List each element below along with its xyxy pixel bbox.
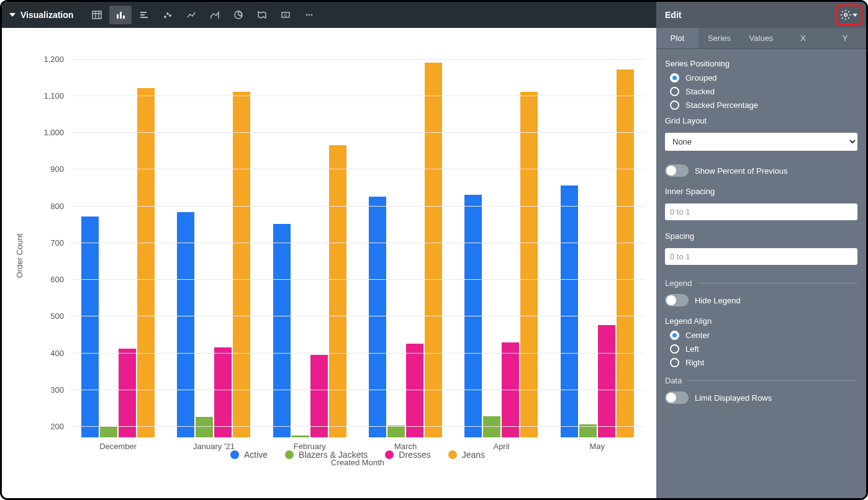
bar[interactable]: [617, 69, 634, 437]
positioning-option-stacked-percentage[interactable]: Stacked Percentage: [670, 100, 857, 110]
bar[interactable]: [561, 185, 578, 437]
gridline: [70, 96, 645, 96]
bar[interactable]: [233, 92, 250, 437]
show-percent-toggle[interactable]: [665, 164, 689, 177]
tab-plot[interactable]: Plot: [656, 28, 698, 48]
chart-panel: Order Count DecemberJanuary '21FebruaryM…: [2, 28, 655, 498]
y-tick-label: 1,100: [33, 91, 64, 100]
bar[interactable]: [425, 63, 442, 437]
grid-layout-select[interactable]: None: [665, 133, 857, 151]
y-tick-label: 400: [33, 348, 64, 357]
gridline: [70, 353, 645, 354]
legend-item[interactable]: Dresses: [385, 450, 430, 460]
legend-section-label: Legend: [665, 279, 692, 288]
gridline: [70, 426, 645, 427]
horizontal-bar-icon[interactable]: [133, 6, 155, 24]
bar-group: March: [358, 40, 453, 437]
positioning-option-stacked[interactable]: Stacked: [670, 87, 857, 96]
bar-group: February: [262, 40, 358, 437]
bar[interactable]: [520, 92, 538, 437]
bar-group: January '21: [166, 40, 261, 437]
svg-marker-20: [852, 14, 857, 17]
bar[interactable]: [119, 349, 136, 437]
gridline: [70, 169, 645, 169]
tab-values[interactable]: Values: [740, 28, 782, 48]
bar[interactable]: [273, 224, 291, 437]
positioning-option-grouped[interactable]: Grouped: [670, 73, 857, 83]
legend-item[interactable]: Blazers & Jackets: [285, 450, 368, 460]
gridline: [70, 279, 645, 280]
svg-point-18: [311, 14, 313, 16]
svg-point-12: [170, 15, 171, 17]
legend-align-option-center[interactable]: Center: [670, 331, 857, 340]
bar[interactable]: [329, 145, 346, 437]
svg-rect-5: [120, 12, 122, 19]
bar[interactable]: [598, 325, 615, 437]
bar[interactable]: [100, 427, 117, 437]
bar[interactable]: [369, 197, 386, 437]
y-tick-label: 800: [33, 201, 64, 210]
single-value-icon[interactable]: 6: [274, 6, 297, 24]
tab-y[interactable]: Y: [824, 28, 866, 48]
settings-gear-button[interactable]: [835, 4, 862, 25]
bar[interactable]: [406, 344, 423, 437]
legend-swatch-icon: [385, 450, 394, 459]
gridline: [70, 59, 645, 60]
plot-region: DecemberJanuary '21FebruaryMarchAprilMay…: [70, 40, 645, 437]
limit-rows-toggle[interactable]: [665, 391, 689, 404]
gridline: [70, 390, 645, 390]
map-icon[interactable]: [251, 6, 273, 24]
bar[interactable]: [387, 426, 405, 437]
more-viz-icon[interactable]: [298, 6, 320, 24]
pie-chart-icon[interactable]: [227, 6, 250, 24]
tab-series[interactable]: Series: [698, 28, 741, 48]
y-tick-label: 600: [33, 275, 64, 284]
bar[interactable]: [137, 88, 155, 437]
bar[interactable]: [177, 212, 194, 437]
hide-legend-label: Hide Legend: [695, 296, 741, 305]
bar-group: December: [70, 40, 166, 437]
line-chart-icon[interactable]: [180, 6, 202, 24]
gridline: [70, 316, 645, 316]
svg-rect-0: [93, 11, 101, 19]
gridline: [70, 132, 645, 133]
svg-point-11: [167, 13, 169, 15]
edit-sidebar: Edit PlotSeriesValuesXY Series Positioni…: [656, 2, 866, 498]
inner-spacing-label: Inner Spacing: [665, 187, 857, 196]
bar[interactable]: [81, 217, 99, 437]
toolbar-title: Visualization: [20, 10, 73, 20]
sidebar-tabs: PlotSeriesValuesXY: [656, 28, 866, 49]
tab-x[interactable]: X: [782, 28, 825, 48]
y-tick-label: 900: [33, 164, 64, 174]
scatter-icon[interactable]: [156, 6, 179, 24]
svg-point-10: [165, 16, 166, 18]
legend-align-option-left[interactable]: Left: [670, 344, 857, 354]
bar-group: May: [549, 40, 645, 437]
bar[interactable]: [214, 347, 232, 437]
area-chart-icon[interactable]: [204, 6, 226, 24]
bar-groups: DecemberJanuary '21FebruaryMarchAprilMay: [70, 40, 645, 437]
chart-legend: ActiveBlazers & JacketsDressesJeans: [70, 450, 645, 460]
legend-swatch-icon: [448, 450, 457, 459]
y-tick-label: 700: [33, 238, 64, 247]
svg-point-16: [306, 14, 308, 16]
inner-spacing-input[interactable]: [665, 203, 857, 220]
legend-item[interactable]: Jeans: [448, 450, 485, 460]
bar-group: April: [453, 40, 549, 437]
legend-swatch-icon: [285, 450, 294, 459]
bar-chart-icon[interactable]: [109, 6, 132, 24]
table-icon[interactable]: [86, 6, 108, 24]
collapse-caret-icon[interactable]: [9, 13, 16, 17]
bar[interactable]: [310, 355, 328, 437]
data-section-label: Data: [665, 376, 682, 385]
y-tick-label: 200: [33, 422, 64, 431]
legend-item[interactable]: Active: [230, 450, 268, 460]
bar[interactable]: [196, 417, 213, 437]
svg-text:6: 6: [284, 12, 287, 18]
spacing-label: Spacing: [665, 231, 857, 241]
limit-rows-label: Limit Displayed Rows: [695, 393, 772, 403]
hide-legend-toggle[interactable]: [665, 294, 689, 306]
spacing-input[interactable]: [665, 248, 857, 265]
legend-align-option-right[interactable]: Right: [670, 358, 857, 367]
bar[interactable]: [292, 435, 309, 437]
